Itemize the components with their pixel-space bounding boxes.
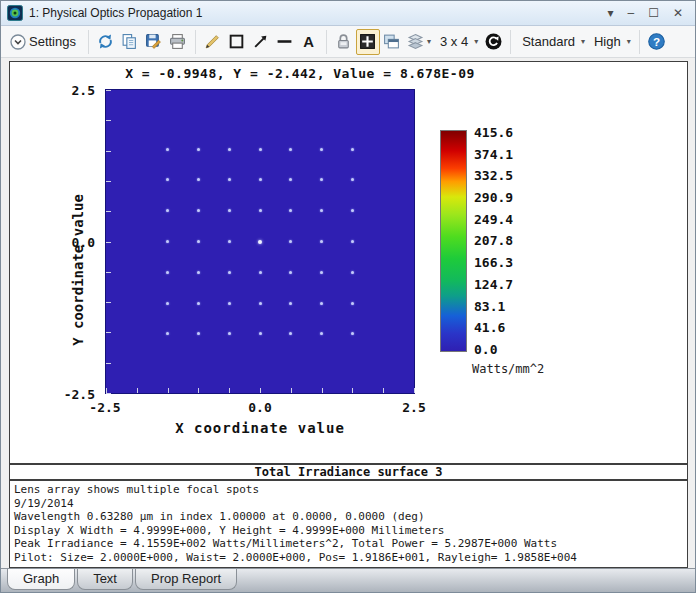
window-menu-icon[interactable]: ▾ [607, 7, 613, 19]
chevron-down-icon: ▾ [427, 37, 431, 46]
focal-spot [166, 302, 169, 305]
layers-dropdown-button[interactable]: ▾ [404, 29, 434, 55]
focal-spot [289, 240, 292, 243]
colorbar-tick-label: 207.8 [474, 234, 513, 247]
save-icon [145, 33, 162, 50]
colorbar-tick-label: 332.5 [474, 169, 513, 182]
refresh-icon [97, 33, 114, 50]
refresh-button[interactable] [94, 29, 118, 55]
focal-spot [197, 209, 200, 212]
window-copy-icon [383, 33, 400, 50]
x-axis-label: X coordinate value [110, 420, 410, 436]
add-text-button[interactable]: A [297, 29, 321, 55]
colorbar-tick-label: 0.0 [474, 343, 513, 356]
graph-panel: X = -0.9948, Y = -2.442, Value = 8.678E-… [9, 61, 688, 464]
axis-tick [106, 90, 111, 91]
annotate-pencil-button[interactable] [201, 29, 225, 55]
focal-spot [289, 209, 292, 212]
focal-spot [259, 302, 262, 305]
focal-spot [197, 271, 200, 274]
focal-spot [351, 302, 354, 305]
focal-spot [289, 178, 292, 181]
axis-tick [168, 388, 169, 393]
focal-spot [259, 271, 262, 274]
focal-spot [320, 332, 323, 335]
quality-dropdown[interactable]: High ▾ [588, 29, 634, 55]
window-copy-button[interactable] [380, 29, 404, 55]
focal-spot [259, 332, 262, 335]
axis-tick [106, 393, 111, 394]
toolbar: Settings [1, 26, 695, 58]
focal-spot [228, 148, 231, 151]
toolbar-separator [195, 30, 196, 54]
toolbar-separator [510, 30, 511, 54]
colorbar-tick-label: 124.7 [474, 278, 513, 291]
maximize-icon[interactable]: ☐ [648, 7, 659, 19]
focal-spot [166, 271, 169, 274]
draw-arrow-button[interactable] [249, 29, 273, 55]
x-tick-label: 2.5 [384, 400, 444, 415]
help-button[interactable]: ? [645, 29, 669, 55]
close-icon[interactable]: ✕ [673, 7, 683, 19]
beam-spot-icon [7, 5, 23, 21]
plot-area[interactable] [105, 89, 415, 394]
axis-tick [198, 388, 199, 393]
layers-icon [407, 33, 424, 50]
focal-spot [351, 240, 354, 243]
draw-rectangle-button[interactable] [225, 29, 249, 55]
print-icon [169, 33, 186, 50]
info-line: Lens array shows multiple focal spots [14, 483, 687, 497]
colorbar [440, 130, 467, 352]
copy-button[interactable] [118, 29, 142, 55]
cursor-readout: X = -0.9948, Y = -2.442, Value = 8.678E-… [30, 66, 570, 81]
y-tick-label: 2.5 [49, 83, 95, 98]
standard-label: Standard [522, 34, 575, 49]
focal-spot [228, 332, 231, 335]
axis-tick [106, 332, 111, 333]
tab-graph[interactable]: Graph [7, 569, 75, 590]
plot-title-strip: Total Irradiance surface 3 [9, 464, 688, 480]
focal-spot [259, 178, 262, 181]
grid-size-dropdown[interactable]: 3 x 4 ▾ [434, 29, 481, 55]
tab-prop-report[interactable]: Prop Report [135, 569, 237, 590]
active-config-button[interactable] [481, 29, 505, 55]
help-icon: ? [648, 33, 665, 50]
tab-text[interactable]: Text [77, 569, 133, 590]
minimize-icon[interactable]: – [627, 7, 634, 19]
colorbar-tick-label: 374.1 [474, 148, 513, 161]
focal-spot [320, 178, 323, 181]
colorbar-tick-label: 290.9 [474, 191, 513, 204]
axis-tick [106, 211, 111, 212]
focal-spot [289, 302, 292, 305]
info-line: Wavelength 0.63280 µm in index 1.00000 a… [14, 510, 687, 524]
title-bar: 1: Physical Optics Propagation 1 ▾ – ☐ ✕ [1, 1, 695, 26]
focal-spot [197, 302, 200, 305]
info-line: Pilot: Size= 2.0000E+000, Waist= 2.0000E… [14, 551, 687, 565]
axis-tick [322, 388, 323, 393]
draw-line-button[interactable] [273, 29, 297, 55]
focal-spot [351, 178, 354, 181]
info-line: 9/19/2014 [14, 497, 687, 511]
axis-tick [383, 388, 384, 393]
fill-frame-button[interactable] [356, 29, 380, 55]
toolbar-separator [88, 30, 89, 54]
svg-text:A: A [304, 34, 315, 50]
colorbar-tick-label: 41.6 [474, 321, 513, 334]
lock-button[interactable] [332, 29, 356, 55]
tab-bar: GraphTextProp Report [1, 568, 695, 593]
fill-frame-icon [359, 33, 376, 50]
colorbar-tick-label: 166.3 [474, 256, 513, 269]
toolbar-separator [639, 30, 640, 54]
focal-spot [259, 209, 262, 212]
focal-spot [228, 178, 231, 181]
window-title: 1: Physical Optics Propagation 1 [29, 6, 607, 20]
chevron-down-icon: ▾ [627, 37, 631, 46]
focal-spot [320, 240, 323, 243]
focal-spot [197, 240, 200, 243]
settings-button[interactable]: Settings [6, 29, 83, 55]
print-button[interactable] [166, 29, 190, 55]
colorbar-labels: 415.6374.1332.5290.9249.4207.8166.3124.7… [474, 126, 513, 356]
save-button[interactable] [142, 29, 166, 55]
standard-dropdown[interactable]: Standard ▾ [516, 29, 588, 55]
focal-spot [166, 178, 169, 181]
